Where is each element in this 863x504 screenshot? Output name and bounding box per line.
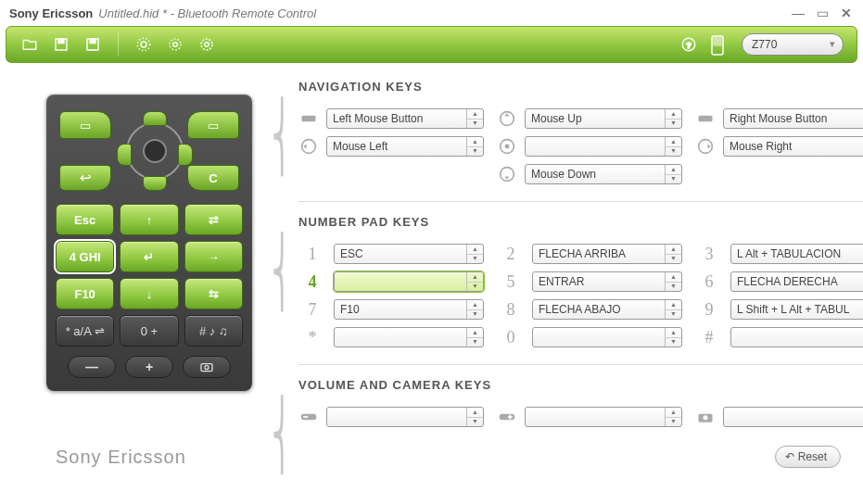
- num-4-combo[interactable]: ▲▼: [334, 271, 484, 292]
- brace-icon: ⎨: [272, 239, 293, 306]
- remote-back-key[interactable]: ↩: [59, 165, 111, 191]
- reset-label: Reset: [798, 450, 827, 463]
- close-button[interactable]: ✕: [839, 6, 854, 20]
- num-label-2: 2: [497, 245, 525, 264]
- num-label-7: 7: [298, 300, 326, 320]
- svg-point-21: [505, 145, 510, 149]
- num-label-star: *: [298, 328, 326, 347]
- minimize-button[interactable]: —: [791, 6, 806, 20]
- remote-key-0[interactable]: 0 +: [120, 315, 178, 346]
- gear2-icon[interactable]: [165, 34, 185, 55]
- nav-right-combo[interactable]: Mouse Right▲▼: [723, 136, 863, 157]
- numpad-title: NUMBER PAD KEYS: [298, 215, 863, 229]
- remote-dpad-down[interactable]: [143, 176, 167, 191]
- nav-left-combo[interactable]: Mouse Left▲▼: [326, 136, 484, 157]
- num-2-combo[interactable]: FLECHA ARRIBA▲▼: [532, 244, 682, 264]
- remote-dpad-center[interactable]: [143, 139, 167, 163]
- svg-rect-1: [58, 39, 64, 44]
- svg-point-8: [205, 43, 209, 47]
- vol-plus-icon: [497, 409, 517, 425]
- remote-dpad: [113, 109, 197, 193]
- svg-rect-3: [90, 39, 95, 44]
- remote-key-hash[interactable]: # ♪ ♫: [184, 315, 243, 346]
- remote-vol-plus[interactable]: +: [125, 356, 173, 378]
- num-3-combo[interactable]: L Alt + TABULACION▲▼: [730, 244, 863, 264]
- softkey-left-icon: [298, 110, 319, 127]
- footer-brand: Sony Ericsson: [56, 447, 186, 468]
- svg-point-7: [170, 39, 181, 50]
- num-label-9: 9: [695, 300, 723, 320]
- gear1-icon[interactable]: [133, 34, 154, 55]
- brace-icon: ⎨: [272, 104, 293, 170]
- remote-dpad-left[interactable]: [117, 144, 132, 166]
- num-hash-combo[interactable]: ▲▼: [730, 327, 863, 347]
- svg-point-30: [704, 415, 708, 420]
- svg-rect-14: [201, 364, 212, 372]
- nav-up-combo[interactable]: Mouse Up▲▼: [525, 108, 682, 129]
- num-9-combo[interactable]: L Shift + L Alt + TABUL▲▼: [730, 299, 863, 320]
- svg-point-5: [137, 38, 150, 51]
- num-label-3: 3: [695, 245, 723, 264]
- remote-key-8[interactable]: ↓: [120, 278, 178, 309]
- remote-key-5[interactable]: ↵: [120, 241, 178, 272]
- num-0-combo[interactable]: ▲▼: [532, 327, 682, 347]
- num-label-4: 4: [298, 272, 326, 292]
- svg-point-6: [173, 43, 178, 47]
- remote-key-7[interactable]: F10: [56, 278, 114, 309]
- section-numpad: ⎨ NUMBER PAD KEYS 1ESC▲▼ 2FLECHA ARRIBA▲…: [298, 215, 863, 351]
- open-icon[interactable]: [19, 34, 40, 55]
- phone-icon: [710, 34, 725, 55]
- remote-key-3[interactable]: ⇄: [184, 204, 243, 235]
- titlebar-filename: Untitled.hid * - Bluetooth Remote Contro…: [98, 6, 316, 20]
- remote-key-4[interactable]: 4 GHI: [56, 241, 114, 272]
- svg-rect-24: [301, 414, 317, 421]
- remote-dpad-up[interactable]: [143, 111, 167, 126]
- num-5-combo[interactable]: ENTRAR▲▼: [532, 271, 682, 292]
- svg-text:?: ?: [686, 40, 692, 50]
- num-label-1: 1: [298, 245, 326, 264]
- num-8-combo[interactable]: FLECHA ABAJO▲▼: [532, 299, 682, 320]
- camera-icon: [695, 409, 716, 425]
- num-7-combo[interactable]: F10▲▼: [334, 299, 484, 320]
- vol-minus-combo[interactable]: ▲▼: [326, 407, 484, 427]
- num-1-combo[interactable]: ESC▲▼: [334, 244, 484, 264]
- vol-plus-combo[interactable]: ▲▼: [525, 407, 682, 427]
- nav-left-soft-combo[interactable]: Left Mouse Button▲▼: [326, 108, 484, 129]
- save-as-icon[interactable]: [82, 34, 103, 55]
- nav-right-soft-combo[interactable]: Right Mouse Button▲▼: [723, 108, 863, 129]
- section-volume-camera: ⎨ VOLUME AND CAMERA KEYS ▲▼ ▲▼ ▲▼: [298, 378, 863, 431]
- remote-dpad-right[interactable]: [178, 144, 193, 166]
- remote-camera[interactable]: [183, 356, 231, 378]
- remote-key-2[interactable]: ↑: [120, 204, 178, 235]
- remote-vol-minus[interactable]: —: [68, 356, 116, 378]
- footer: Sony Ericsson ↶ Reset: [0, 440, 863, 477]
- maximize-button[interactable]: ▭: [815, 6, 830, 20]
- reset-button[interactable]: ↶ Reset: [775, 446, 841, 468]
- remote-key-1[interactable]: Esc: [56, 204, 114, 235]
- remote-key-6[interactable]: →: [184, 241, 243, 272]
- remote-preview: ▭ ▭ ↩ C Esc ↑ ⇄ 4 GHI ↵ →: [46, 94, 252, 391]
- nav-center-combo[interactable]: ▲▼: [525, 136, 682, 157]
- dpad-center-icon: [497, 138, 517, 155]
- remote-softkey-left[interactable]: ▭: [59, 111, 111, 139]
- nav-down-combo[interactable]: Mouse Down▲▼: [525, 164, 682, 184]
- device-selector[interactable]: Z770: [742, 33, 844, 56]
- help-icon[interactable]: ?: [679, 34, 699, 55]
- dpad-up-icon: [497, 110, 517, 127]
- num-star-combo[interactable]: ▲▼: [334, 327, 484, 347]
- titlebar-brand: Sony Ericsson: [9, 6, 93, 20]
- volcam-title: VOLUME AND CAMERA KEYS: [298, 378, 863, 392]
- num-6-combo[interactable]: FLECHA DERECHA▲▼: [730, 271, 863, 292]
- remote-key-star[interactable]: * a/A ⇌: [56, 315, 114, 346]
- toolbar: ? Z770: [6, 26, 857, 63]
- svg-rect-25: [303, 416, 308, 418]
- titlebar: Sony Ericsson Untitled.hid * - Bluetooth…: [0, 0, 863, 26]
- save-icon[interactable]: [51, 34, 71, 55]
- vol-minus-icon: [298, 409, 319, 425]
- undo-icon: ↶: [785, 450, 794, 463]
- dpad-right-icon: [695, 138, 716, 155]
- svg-rect-16: [302, 116, 316, 122]
- camera-combo[interactable]: ▲▼: [723, 407, 863, 427]
- gear3-icon[interactable]: [197, 34, 217, 55]
- remote-key-9[interactable]: ⇆: [184, 278, 243, 309]
